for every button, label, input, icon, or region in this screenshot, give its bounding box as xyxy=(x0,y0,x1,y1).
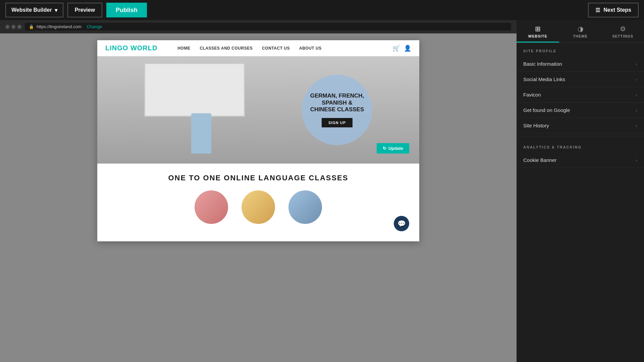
tab-website[interactable]: ⊞ WEBSITE xyxy=(517,20,559,43)
nav-links: HOME CLASSES AND COURSES CONTACT US ABOU… xyxy=(177,46,392,51)
top-bar: Website Builder ▾ Preview Publish ☰ Next… xyxy=(0,0,644,20)
panel-item-social-media[interactable]: Social Media Links › xyxy=(517,72,644,87)
nav-icons: 🛒 👤 xyxy=(392,45,411,52)
settings-tab-label: SETTINGS xyxy=(612,34,633,38)
website-builder-button[interactable]: Website Builder ▾ xyxy=(5,3,63,17)
panel-item-cookie-banner[interactable]: Cookie Banner › xyxy=(517,153,644,168)
chat-bubble-button[interactable]: 💬 xyxy=(394,216,409,231)
site-wrapper: LINGO WORLD HOME CLASSES AND COURSES CON… xyxy=(97,40,419,241)
hero-circle-text: GERMAN, FRENCH, SPANISH & CHINESE CLASSE… xyxy=(309,93,366,113)
panel-content: SITE PROFILE Basic Information › Social … xyxy=(517,43,644,362)
site-history-label: Site History xyxy=(523,123,549,128)
avatar-1 xyxy=(195,190,228,224)
user-icon[interactable]: 👤 xyxy=(404,45,411,52)
cookie-banner-chevron: › xyxy=(636,158,637,163)
site-profile-header: SITE PROFILE xyxy=(517,43,644,56)
dot-green xyxy=(17,25,21,29)
content-section: ONE TO ONE ONLINE LANGUAGE CLASSES xyxy=(97,164,419,231)
tab-theme[interactable]: ◑ THEME xyxy=(559,20,602,43)
social-media-chevron: › xyxy=(636,77,637,82)
panel-item-site-history[interactable]: Site History › xyxy=(517,118,644,133)
google-chevron: › xyxy=(636,108,637,113)
favicon-chevron: › xyxy=(636,92,637,98)
url-text: https://lingoireland.com xyxy=(37,24,82,29)
address-bar[interactable]: 🔒 https://lingoireland.com Change xyxy=(25,23,511,31)
tab-settings[interactable]: ⚙ SETTINGS xyxy=(601,20,644,43)
hero-circle: GERMAN, FRENCH, SPANISH & CHINESE CLASSE… xyxy=(302,75,372,145)
panel-item-basic-info[interactable]: Basic Information › xyxy=(517,56,644,72)
settings-tab-icon: ⚙ xyxy=(620,25,626,33)
signup-button[interactable]: SIGN UP xyxy=(322,118,353,127)
nav-classes[interactable]: CLASSES AND COURSES xyxy=(200,46,253,51)
hero-section: GERMAN, FRENCH, SPANISH & CHINESE CLASSE… xyxy=(97,56,419,164)
publish-button[interactable]: Publish xyxy=(106,3,147,17)
panel-item-google[interactable]: Get found on Google › xyxy=(517,103,644,118)
next-steps-button[interactable]: ☰ Next Steps xyxy=(588,3,639,17)
website-tab-icon: ⊞ xyxy=(535,25,541,33)
teacher-figure xyxy=(191,113,211,154)
panel-item-favicon[interactable]: Favicon › xyxy=(517,87,644,103)
theme-tab-label: THEME xyxy=(573,34,588,38)
site-nav: LINGO WORLD HOME CLASSES AND COURSES CON… xyxy=(97,40,419,56)
cart-icon[interactable]: 🛒 xyxy=(392,45,400,52)
content-title: ONE TO ONE ONLINE LANGUAGE CLASSES xyxy=(111,174,406,182)
preview-area: 🔒 https://lingoireland.com Change LINGO … xyxy=(0,20,517,362)
chevron-down-icon: ▾ xyxy=(55,7,57,13)
chat-icon: 💬 xyxy=(397,220,406,228)
nav-contact[interactable]: CONTACT US xyxy=(262,46,290,51)
basic-info-label: Basic Information xyxy=(523,61,562,67)
change-link[interactable]: Change xyxy=(87,24,102,29)
favicon-label: Favicon xyxy=(523,92,541,98)
right-panel: ⊞ WEBSITE ◑ THEME ⚙ SETTINGS SITE PROFIL… xyxy=(517,20,644,362)
browser-chrome: 🔒 https://lingoireland.com Change xyxy=(0,20,517,34)
avatar-3 xyxy=(288,190,322,224)
whiteboard xyxy=(144,63,245,117)
dot-red xyxy=(5,25,9,29)
site-logo: LINGO WORLD xyxy=(105,44,157,52)
site-history-chevron: › xyxy=(636,123,637,128)
main-layout: 🔒 https://lingoireland.com Change LINGO … xyxy=(0,20,644,362)
avatar-row xyxy=(111,190,406,224)
nav-home[interactable]: HOME xyxy=(177,46,190,51)
section-divider xyxy=(517,136,644,136)
update-icon: ↻ xyxy=(383,146,386,151)
cookie-banner-label: Cookie Banner xyxy=(523,157,556,163)
nav-about[interactable]: ABOUT US xyxy=(299,46,322,51)
website-builder-label: Website Builder xyxy=(11,7,52,13)
basic-info-chevron: › xyxy=(636,61,637,67)
theme-tab-icon: ◑ xyxy=(578,25,583,33)
social-media-label: Social Media Links xyxy=(523,76,565,82)
panel-tabs: ⊞ WEBSITE ◑ THEME ⚙ SETTINGS xyxy=(517,20,644,43)
menu-icon: ☰ xyxy=(595,7,600,13)
lock-icon: 🔒 xyxy=(29,24,34,29)
dot-yellow xyxy=(11,25,15,29)
preview-button[interactable]: Preview xyxy=(67,3,102,17)
google-label: Get found on Google xyxy=(523,107,570,113)
browser-dots xyxy=(5,25,21,29)
avatar-2 xyxy=(241,190,275,224)
analytics-header: ANALYTICS & TRACKING xyxy=(517,139,644,153)
website-tab-label: WEBSITE xyxy=(528,34,547,38)
update-button[interactable]: ↻ Update xyxy=(377,143,409,154)
